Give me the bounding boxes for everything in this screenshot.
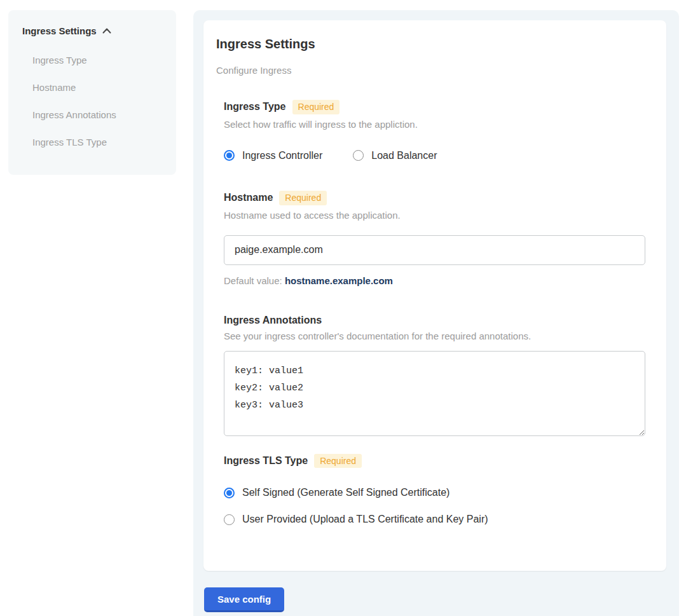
- section-head: Ingress TLS Type Required: [224, 454, 646, 469]
- radio-selected-icon[interactable]: [224, 488, 235, 498]
- page-title: Ingress Settings: [216, 37, 646, 51]
- section-head: Ingress Annotations: [224, 315, 646, 326]
- radio-user-provided[interactable]: User Provided (Upload a TLS Certificate …: [224, 514, 646, 525]
- radio-unselected-icon[interactable]: [224, 514, 235, 525]
- section-ingress-tls-type: Ingress TLS Type Required Self Signed (G…: [224, 454, 646, 526]
- radio-self-signed[interactable]: Self Signed (Generate Self Signed Certif…: [224, 487, 646, 498]
- required-badge: Required: [292, 100, 340, 114]
- default-value-label: Default value:: [224, 275, 285, 286]
- save-config-button[interactable]: Save config: [204, 587, 284, 612]
- section-title-ingress-tls-type: Ingress TLS Type: [224, 455, 308, 467]
- ingress-type-options: Ingress Controller Load Balancer: [224, 150, 646, 161]
- section-head: Hostname Required: [224, 191, 646, 205]
- section-head: Ingress Type Required: [224, 100, 646, 114]
- sidebar-group-label: Ingress Settings: [22, 25, 97, 36]
- config-card: Ingress Settings Configure Ingress Ingre…: [203, 20, 666, 571]
- sidebar-item-hostname[interactable]: Hostname: [22, 74, 163, 101]
- default-value-text: hostname.example.com: [285, 275, 393, 286]
- section-ingress-type: Ingress Type Required Select how traffic…: [224, 100, 646, 161]
- config-panel: Ingress Settings Configure Ingress Ingre…: [193, 10, 679, 616]
- section-ingress-annotations: Ingress Annotations See your ingress con…: [224, 315, 646, 436]
- section-title-ingress-type: Ingress Type: [224, 101, 286, 113]
- required-badge: Required: [314, 454, 362, 469]
- section-title-ingress-annotations: Ingress Annotations: [224, 315, 322, 326]
- radio-selected-icon[interactable]: [224, 150, 235, 161]
- page-layout: Ingress Settings Ingress Type Hostname I…: [0, 0, 693, 616]
- section-help-ingress-type: Select how traffic will ingress to the a…: [224, 119, 646, 130]
- ingress-tls-options: Self Signed (Generate Self Signed Certif…: [224, 487, 646, 525]
- required-badge: Required: [279, 191, 327, 205]
- radio-load-balancer[interactable]: Load Balancer: [353, 150, 437, 161]
- sidebar-item-ingress-tls-type[interactable]: Ingress TLS Type: [22, 128, 163, 156]
- radio-label: Ingress Controller: [242, 150, 322, 161]
- hostname-input[interactable]: [224, 235, 645, 265]
- hostname-default-line: Default value: hostname.example.com: [224, 275, 646, 286]
- ingress-annotations-textarea[interactable]: key1: value1 key2: value2 key3: value3: [224, 351, 645, 436]
- section-help-ingress-annotations: See your ingress controller's documentat…: [224, 331, 646, 341]
- radio-label: Load Balancer: [371, 150, 437, 161]
- chevron-up-icon: [102, 28, 111, 34]
- sidebar-group-ingress-settings[interactable]: Ingress Settings: [22, 25, 163, 36]
- radio-label: Self Signed (Generate Self Signed Certif…: [242, 487, 449, 498]
- radio-label: User Provided (Upload a TLS Certificate …: [242, 514, 488, 525]
- config-sidebar: Ingress Settings Ingress Type Hostname I…: [8, 10, 176, 175]
- sidebar-item-ingress-annotations[interactable]: Ingress Annotations: [22, 101, 163, 128]
- page-subtitle: Configure Ingress: [216, 65, 646, 76]
- section-title-hostname: Hostname: [224, 192, 273, 203]
- sidebar-item-ingress-type[interactable]: Ingress Type: [22, 46, 163, 74]
- radio-unselected-icon[interactable]: [353, 150, 364, 161]
- section-help-hostname: Hostname used to access the application.: [224, 210, 646, 221]
- section-hostname: Hostname Required Hostname used to acces…: [224, 191, 646, 286]
- sidebar-item-list: Ingress Type Hostname Ingress Annotation…: [22, 46, 163, 156]
- radio-ingress-controller[interactable]: Ingress Controller: [224, 150, 322, 161]
